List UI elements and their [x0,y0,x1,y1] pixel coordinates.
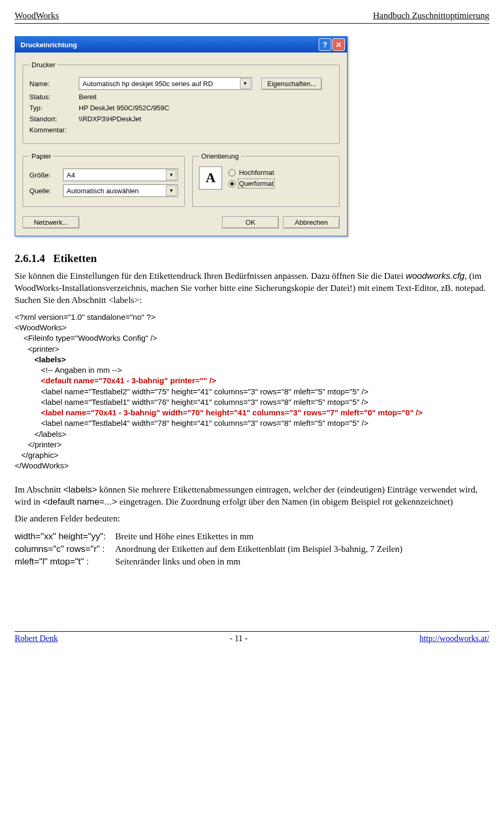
comment-label: Kommentar: [29,126,77,134]
def-val-3: Seitenränder links und oben in mm [115,556,412,568]
paper-source-value: Automatisch auswählen [67,187,139,195]
def-key-1: width="xx" height="yy": [15,530,115,543]
printer-name-value: Automatisch hp deskjet 950c series auf R… [82,80,213,88]
field-definitions: width="xx" height="yy": Breite und Höhe … [15,530,412,568]
dialog-title: Druckeinrichtung [20,41,77,49]
type-label: Typ: [29,104,77,112]
section-heading: 2.6.1.4 Etiketten [15,252,489,265]
def-val-1: Breite und Höhe eines Etikettes in mm [115,530,412,543]
def-key-2: columns="c" rows="r" : [15,543,115,556]
running-footer: Robert Denk - 11 - http://woodworks.at/ [15,631,489,643]
network-button[interactable]: Netzwerk... [23,216,79,228]
location-label: Standort: [29,115,77,123]
name-label: Name: [29,80,77,88]
radio-icon [228,169,236,176]
para-3: Die anderen Felder bedeuten: [15,513,489,525]
paper-size-value: A4 [67,171,75,179]
landscape-label: Querformat [239,180,274,187]
paper-group: Papier Größe: A4 ▼ Quelle: Automatisch a… [23,152,185,207]
printer-name-select[interactable]: Automatisch hp deskjet 950c series auf R… [79,77,252,90]
chevron-down-icon[interactable]: ▼ [166,185,176,196]
paper-size-select[interactable]: A4 ▼ [63,169,178,181]
printer-legend: Drucker [29,61,58,69]
section-title: Etiketten [54,252,97,265]
titlebar[interactable]: Druckeinrichtung ? ✕ [15,37,347,53]
para-2: Im Abschnitt <labels> können Sie mehrere… [15,484,489,508]
def-val-2: Anordnung der Etiketten auf dem Etikette… [115,543,412,556]
paper-source-select[interactable]: Automatisch auswählen ▼ [63,184,178,197]
def-key-3: mleft="l" mtop="t" : [15,556,115,568]
portrait-label: Hochformat [239,169,274,176]
status-value: Bereit [79,93,97,101]
cfg-filename: woodworks.cfg [406,271,465,281]
landscape-radio[interactable]: Querformat [228,180,274,187]
header-rule [15,23,489,24]
type-value: HP DeskJet 950C/952C/959C [79,104,169,112]
chevron-down-icon[interactable]: ▼ [166,170,176,180]
header-right: Handbuch Zuschnittoptimierung [373,11,489,21]
footer-page: - 11 - [230,634,248,643]
footer-author[interactable]: Robert Denk [15,634,58,643]
orientation-legend: Orientierung [199,152,241,160]
properties-button[interactable]: Eigenschaften... [261,78,322,90]
source-label: Quelle: [29,187,61,195]
paper-legend: Papier [29,152,54,160]
portrait-radio[interactable]: Hochformat [228,169,274,176]
location-value: \\RDXP3\HPDeskJet [79,115,141,123]
para-1: Sie können die Einstellungen für den Eti… [15,270,489,307]
radio-icon-selected [228,180,236,187]
help-icon: ? [323,40,328,49]
print-setup-dialog: Druckeinrichtung ? ✕ Drucker Name: Autom… [15,36,348,236]
printer-group: Drucker Name: Automatisch hp deskjet 950… [23,61,340,144]
header-left: WoodWorks [15,11,59,21]
status-label: Status: [29,93,77,101]
footer-url[interactable]: http://woodworks.at/ [419,634,489,643]
chevron-down-icon[interactable]: ▼ [240,78,250,89]
labels-tag: <labels> [64,485,97,495]
running-header: WoodWorks Handbuch Zuschnittoptimierung [15,11,489,21]
section-number: 2.6.1.4 [15,252,45,265]
orientation-group: Orientierung A Hochformat Querformat [192,152,340,207]
size-label: Größe: [29,171,61,179]
default-tag: <default name=...> [43,497,117,507]
cancel-button[interactable]: Abbrechen [283,216,340,228]
close-button[interactable]: ✕ [332,38,345,51]
xml-listing: <?xml version="1.0" standalone="no" ?> <… [15,312,489,472]
ok-button[interactable]: OK [222,216,279,228]
close-icon: ✕ [335,40,342,49]
help-button[interactable]: ? [319,38,331,51]
orientation-preview-icon: A [199,166,222,190]
